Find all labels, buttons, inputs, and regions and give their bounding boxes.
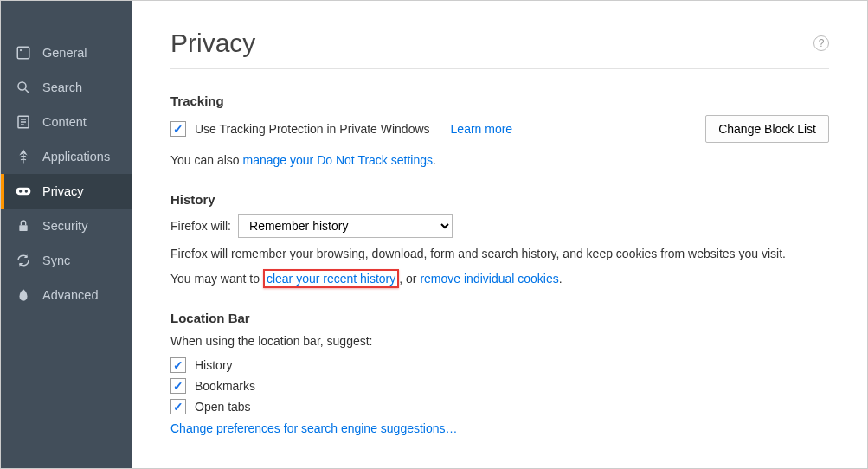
lock-icon: [13, 217, 34, 234]
svg-line-3: [25, 89, 29, 93]
learn-more-link[interactable]: Learn more: [451, 122, 513, 136]
location-bar-section: Location Bar When using the location bar…: [170, 311, 829, 438]
history-mode-select[interactable]: Remember history: [238, 214, 453, 238]
suggest-history-checkbox[interactable]: [170, 357, 186, 373]
suggest-history-label: History: [195, 358, 233, 372]
suggest-opentabs-label: Open tabs: [195, 400, 251, 414]
firefox-will-label: Firefox will:: [170, 219, 231, 233]
sync-icon: [13, 252, 34, 269]
tracking-protection-label: Use Tracking Protection in Private Windo…: [195, 122, 430, 136]
search-icon: [13, 79, 34, 96]
content-area: Privacy ? Tracking Use Tracking Protecti…: [132, 1, 867, 468]
sidebar-item-label: General: [42, 46, 87, 60]
sidebar-item-label: Privacy: [42, 184, 84, 198]
sidebar-item-label: Advanced: [42, 288, 99, 302]
svg-point-8: [19, 190, 22, 192]
suggest-bookmarks-checkbox[interactable]: [170, 378, 186, 394]
applications-icon: [13, 148, 34, 165]
privacy-icon: [13, 183, 34, 200]
sidebar-item-label: Sync: [42, 254, 70, 267]
sidebar-item-advanced[interactable]: Advanced: [1, 278, 132, 312]
sidebar-item-label: Search: [42, 80, 82, 94]
svg-point-2: [18, 82, 26, 90]
title-row: Privacy ?: [170, 29, 829, 69]
location-bar-heading: Location Bar: [170, 311, 829, 325]
history-section: History Firefox will: Remember history F…: [170, 192, 829, 288]
history-description: Firefox will remember your browsing, dow…: [170, 245, 829, 263]
advanced-icon: [13, 286, 34, 304]
sidebar-item-privacy[interactable]: Privacy: [1, 174, 132, 209]
dnt-line: You can also manage your Do Not Track se…: [170, 151, 829, 170]
tracking-heading: Tracking: [170, 93, 829, 108]
history-actions-line: You may want to clear your recent histor…: [170, 270, 829, 288]
tracking-protection-checkbox[interactable]: [170, 121, 186, 137]
suggest-opentabs-checkbox[interactable]: [170, 399, 186, 414]
general-icon: [13, 44, 34, 61]
sidebar-item-label: Applications: [42, 150, 110, 164]
sidebar-item-label: Content: [42, 115, 87, 129]
sidebar-item-sync[interactable]: Sync: [1, 243, 132, 278]
svg-point-9: [25, 190, 28, 192]
manage-dnt-link[interactable]: manage your Do Not Track settings: [243, 153, 433, 167]
svg-rect-0: [17, 47, 29, 59]
history-heading: History: [170, 192, 829, 207]
sidebar-item-search[interactable]: Search: [1, 70, 132, 105]
sidebar-item-general[interactable]: General: [1, 35, 132, 70]
change-block-list-button[interactable]: Change Block List: [705, 115, 829, 143]
search-suggestions-prefs-link[interactable]: Change preferences for search engine sug…: [170, 421, 458, 435]
clear-recent-history-link[interactable]: clear your recent history: [263, 269, 399, 288]
sidebar-item-security[interactable]: Security: [1, 209, 132, 243]
help-icon[interactable]: ?: [813, 35, 829, 51]
sidebar-item-content[interactable]: Content: [1, 105, 132, 139]
sidebar-item-label: Security: [42, 219, 87, 233]
remove-individual-cookies-link[interactable]: remove individual cookies: [420, 272, 558, 286]
sidebar-item-applications[interactable]: Applications: [1, 139, 132, 174]
svg-point-1: [20, 49, 22, 51]
page-title: Privacy: [170, 29, 255, 58]
tracking-section: Tracking Use Tracking Protection in Priv…: [170, 93, 829, 170]
location-suggest-label: When using the location bar, suggest:: [170, 332, 829, 350]
sidebar: General Search Content Applications Priv…: [1, 1, 132, 468]
svg-rect-10: [19, 225, 27, 231]
suggest-bookmarks-label: Bookmarks: [195, 379, 255, 393]
content-icon: [13, 113, 34, 131]
